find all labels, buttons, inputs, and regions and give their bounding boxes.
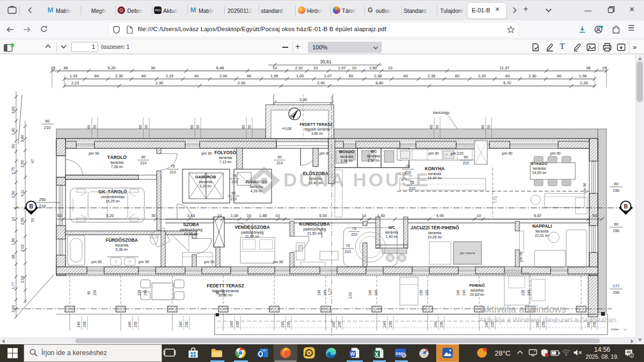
svg-text:TÁROLÓ: TÁROLÓ (107, 154, 127, 160)
svg-text:2,50: 2,50 (20, 160, 24, 168)
svg-text:fagyálló kerámia: fagyálló kerámia (304, 127, 330, 132)
svg-text:14,55 m²: 14,55 m² (184, 232, 199, 236)
svg-text:5,00: 5,00 (319, 213, 327, 218)
svg-text:90: 90 (614, 222, 618, 227)
svg-text:90: 90 (277, 155, 282, 159)
svg-text:210: 210 (44, 125, 51, 130)
svg-text:90: 90 (614, 182, 618, 186)
svg-text:2,50: 2,50 (11, 191, 15, 198)
svg-text:60: 60 (142, 74, 146, 78)
svg-text:60: 60 (138, 125, 142, 129)
svg-text:210: 210 (463, 161, 469, 165)
svg-text:22,01 m²: 22,01 m² (535, 234, 550, 237)
svg-text:5,70: 5,70 (503, 81, 511, 85)
svg-text:60: 60 (349, 74, 353, 78)
svg-text:14,09 m²: 14,09 m² (532, 171, 547, 175)
svg-text:20,62 m²: 20,62 m² (470, 293, 485, 296)
svg-text:1,80: 1,80 (11, 238, 15, 245)
svg-text:10: 10 (273, 66, 277, 70)
svg-text:30: 30 (151, 213, 156, 218)
svg-text:cementsimítás: cementsimítás (101, 195, 125, 199)
svg-text:3,80: 3,80 (20, 135, 24, 142)
svg-text:210: 210 (39, 204, 46, 208)
svg-text:60: 60 (506, 74, 510, 78)
svg-text:240: 240 (143, 289, 147, 295)
svg-text:235: 235 (185, 321, 188, 327)
svg-text:210: 210 (140, 161, 147, 165)
svg-text:50: 50 (196, 125, 200, 129)
svg-text:pm 90: pm 90 (428, 151, 439, 156)
svg-text:240: 240 (77, 321, 80, 327)
svg-text:210: 210 (231, 180, 238, 184)
svg-text:B: B (29, 204, 33, 209)
svg-text:30,61: 30,61 (320, 59, 332, 64)
svg-text:53: 53 (31, 218, 34, 222)
svg-text:75: 75 (232, 174, 237, 178)
svg-text:gőz szauna: gőz szauna (460, 251, 475, 255)
svg-text:MOSDÓ: MOSDÓ (339, 149, 355, 154)
svg-text:10: 10 (11, 217, 15, 221)
svg-text:150: 150 (222, 289, 225, 295)
svg-text:240: 240 (374, 289, 378, 295)
svg-text:pm 90: pm 90 (91, 260, 102, 264)
svg-text:60: 60 (429, 125, 433, 129)
svg-text:60: 60 (455, 74, 459, 78)
svg-text:pm 90: pm 90 (550, 151, 561, 156)
svg-text:10: 10 (275, 213, 280, 218)
svg-text:2,15: 2,15 (166, 74, 174, 78)
svg-text:1,77: 1,77 (11, 282, 15, 289)
svg-text:FOLYOSÓ: FOLYOSÓ (215, 149, 237, 155)
svg-text:kerámia: kerámia (385, 230, 398, 234)
svg-text:38: 38 (11, 255, 15, 259)
svg-text:pm 90: pm 90 (502, 151, 513, 156)
svg-text:60: 60 (241, 125, 245, 129)
svg-text:235: 235 (389, 321, 392, 327)
svg-text:3,82: 3,82 (11, 106, 15, 114)
svg-text:kerámia: kerámia (199, 180, 212, 184)
svg-text:2: 2 (631, 353, 633, 357)
svg-text:2,02: 2,02 (348, 292, 352, 299)
svg-text:60: 60 (87, 125, 91, 129)
svg-text:210: 210 (230, 197, 237, 201)
svg-text:10: 10 (352, 66, 356, 70)
svg-text:75: 75 (346, 244, 350, 248)
svg-text:50: 50 (435, 125, 439, 129)
svg-text:3,80 m²: 3,80 m² (311, 132, 324, 135)
svg-text:kavicságy: kavicságy (433, 111, 450, 115)
svg-text:240: 240 (230, 321, 233, 327)
svg-text:38: 38 (63, 66, 68, 70)
svg-text:10: 10 (313, 66, 318, 70)
svg-text:1,50: 1,50 (369, 66, 377, 70)
svg-text:60: 60 (557, 74, 561, 78)
svg-text:240: 240 (462, 289, 466, 295)
svg-text:53: 53 (57, 213, 62, 218)
svg-text:pm 90: pm 90 (519, 251, 523, 262)
svg-text:kerámia: kerámia (367, 154, 380, 158)
svg-text:1,40: 1,40 (377, 213, 385, 218)
svg-text:2,90: 2,90 (317, 81, 325, 85)
svg-text:180: 180 (368, 289, 372, 295)
svg-text:250: 250 (39, 197, 46, 202)
svg-text:1,40 m²: 1,40 m² (385, 235, 398, 238)
svg-text:290: 290 (613, 290, 620, 295)
svg-text:11,37: 11,37 (500, 66, 509, 70)
svg-text:75: 75 (406, 164, 410, 168)
svg-text:240: 240 (323, 289, 327, 295)
svg-text:90: 90 (87, 291, 91, 295)
svg-text:240: 240 (425, 289, 429, 295)
svg-text:kerámia: kerámia (219, 156, 232, 160)
svg-text:JACUZZI TÉR-PIHENŐ: JACUZZI TÉR-PIHENŐ (411, 225, 459, 230)
svg-text:90: 90 (216, 291, 219, 295)
svg-text:2,07: 2,07 (324, 74, 332, 78)
svg-text:210: 210 (170, 170, 176, 174)
svg-text:kerámia: kerámia (111, 161, 123, 164)
svg-text:®: ® (440, 169, 443, 174)
svg-text:Aktiválja a Windows rendszert: Aktiválja a Windows rendszert a Gépházba… (479, 316, 618, 324)
svg-text:235: 235 (83, 321, 86, 327)
svg-text:2,02: 2,02 (20, 276, 24, 283)
svg-text:1,77: 1,77 (328, 288, 332, 295)
svg-text:kerámia: kerámia (115, 243, 128, 247)
svg-text:5,20: 5,20 (108, 66, 116, 70)
svg-text:180: 180 (456, 289, 460, 295)
svg-text:8,80: 8,80 (376, 81, 384, 85)
